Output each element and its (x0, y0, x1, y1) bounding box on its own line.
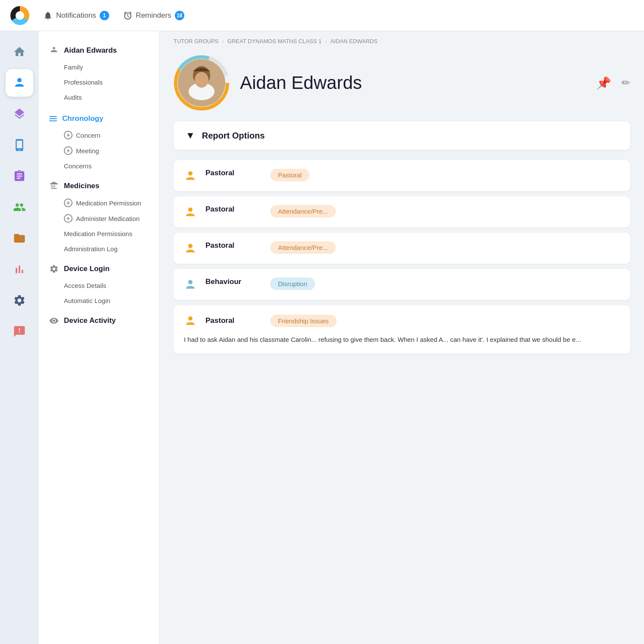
breadcrumb: TUTOR GROUPS › GREAT DYNAMOS MATHS CLASS… (160, 31, 644, 48)
home-icon (13, 45, 26, 58)
breadcrumb-tutor-groups[interactable]: TUTOR GROUPS (174, 38, 219, 44)
device-icon (13, 139, 26, 152)
svg-point-9 (188, 171, 193, 176)
entry-row: Behaviour Disruption (174, 269, 630, 300)
add-circle-icon: + (64, 199, 73, 207)
svg-point-11 (188, 244, 193, 248)
nav-home[interactable] (6, 38, 33, 66)
notifications-badge: 1 (100, 11, 109, 20)
chart-icon (13, 263, 26, 276)
svg-point-8 (195, 72, 208, 88)
entry-category: Behaviour (205, 278, 262, 286)
sidebar-add-medication-permission[interactable]: + Medication Permission (39, 195, 159, 211)
breadcrumb-student: AIDAN EDWARDS (330, 38, 377, 44)
profile-header: Aidan Edwards 📌 ✏ (160, 48, 644, 121)
entry-row: Pastoral Attendance/Pre... (174, 196, 630, 227)
app-logo[interactable] (10, 6, 29, 25)
nav-device[interactable] (6, 131, 33, 159)
nav-clipboard[interactable] (6, 162, 33, 190)
pin-button[interactable]: 📌 (596, 76, 611, 90)
nav-person[interactable] (6, 69, 33, 97)
sidebar-add-administer[interactable]: + Administer Medication (39, 211, 159, 226)
svg-point-13 (188, 316, 193, 321)
profile-name-area: Aidan Edwards (240, 73, 586, 93)
sidebar: Aidan Edwards Family Professionals Audit… (39, 31, 160, 644)
add-circle-icon: + (64, 146, 73, 155)
svg-point-0 (17, 78, 22, 82)
funnel-icon: ▼ (186, 130, 195, 141)
sidebar-family[interactable]: Family (39, 60, 159, 75)
sidebar-medication-permissions[interactable]: Medication Permissions (39, 226, 159, 241)
add-circle-icon: + (64, 131, 73, 139)
sidebar-student-header[interactable]: Aidan Edwards (39, 41, 159, 60)
medicines-label: Medicines (64, 182, 99, 190)
person-icon-orange (184, 315, 197, 328)
nav-group[interactable] (6, 193, 33, 221)
sidebar-audits[interactable]: Audits (39, 90, 159, 105)
nav-help[interactable] (6, 318, 33, 345)
device-activity-icon (49, 316, 59, 325)
medicines-icon (49, 181, 59, 191)
person-icon-blue (184, 278, 197, 291)
chronology-label: Chronology (62, 114, 103, 123)
sidebar-automatic-login[interactable]: Automatic Login (39, 293, 159, 308)
sidebar-admin-log[interactable]: Administration Log (39, 241, 159, 256)
sidebar-concerns[interactable]: Concerns (39, 158, 159, 174)
breadcrumb-class[interactable]: GREAT DYNAMOS MATHS CLASS 1 (227, 38, 322, 44)
sidebar-add-meeting[interactable]: + Meeting (39, 143, 159, 158)
person-icon-orange (184, 206, 197, 219)
last-entry-header: Pastoral Friendship Issues (174, 305, 630, 335)
report-options-button[interactable]: ▼ Report Options (174, 121, 630, 150)
nav-settings[interactable] (6, 287, 33, 314)
nav-folder[interactable] (6, 224, 33, 252)
sidebar-student-name: Aidan Edwards (64, 46, 117, 55)
timeline: Pastoral Pastoral Pastoral Attendance/Pr… (160, 160, 644, 354)
entry-text: I had to ask Aidan and his classmate Car… (174, 335, 630, 354)
sidebar-add-concern[interactable]: + Concern (39, 127, 159, 143)
topbar: Notifications 1 Reminders 18 (0, 0, 644, 31)
device-login-icon (49, 264, 59, 274)
nav-layers[interactable] (6, 100, 33, 128)
student-photo (178, 59, 225, 107)
group-icon (13, 201, 26, 214)
layers-icon (13, 107, 26, 120)
clipboard-icon (13, 170, 26, 183)
sidebar-professionals[interactable]: Professionals (39, 75, 159, 90)
avatar-container (174, 55, 230, 111)
device-activity-label: Device Activity (64, 316, 116, 325)
sidebar-chronology[interactable]: Chronology (39, 110, 159, 127)
sidebar-access-details[interactable]: Access Details (39, 278, 159, 293)
entry-category: Pastoral (205, 316, 262, 325)
entry-badge: Pastoral (270, 169, 309, 181)
main-layout: Aidan Edwards Family Professionals Audit… (0, 31, 644, 644)
sidebar-device-login-header[interactable]: Device Login (39, 260, 159, 278)
entry-row: Pastoral Attendance/Pre... (174, 233, 630, 264)
icon-nav (0, 31, 39, 644)
alarm-icon (123, 11, 133, 20)
student-icon (49, 46, 59, 55)
entry-badge-friendship: Friendship Issues (270, 315, 337, 327)
svg-point-10 (188, 208, 193, 212)
report-options-label: Report Options (202, 131, 265, 141)
entry-badge: Attendance/Pre... (270, 241, 336, 254)
person-icon-orange (184, 170, 197, 183)
entry-category: Pastoral (205, 169, 262, 177)
reminders-button[interactable]: Reminders 18 (123, 11, 184, 20)
nav-chart[interactable] (6, 256, 33, 283)
notifications-label: Notifications (56, 11, 96, 20)
help-icon (13, 325, 26, 338)
last-entry-row: Pastoral Friendship Issues I had to ask … (174, 305, 630, 354)
device-login-label: Device Login (64, 265, 110, 273)
sidebar-device-activity-header[interactable]: Device Activity (39, 312, 159, 330)
entry-row: Pastoral Pastoral (174, 160, 630, 191)
notifications-button[interactable]: Notifications 1 (43, 11, 109, 20)
entry-category: Pastoral (205, 241, 262, 250)
folder-icon (13, 232, 26, 245)
sidebar-medicines-header[interactable]: Medicines (39, 177, 159, 195)
student-name: Aidan Edwards (240, 73, 586, 93)
settings-icon (13, 294, 26, 307)
breadcrumb-sep1: › (222, 38, 224, 44)
edit-button[interactable]: ✏ (622, 77, 630, 89)
entry-badge: Attendance/Pre... (270, 205, 336, 218)
person-icon-orange (184, 242, 197, 255)
